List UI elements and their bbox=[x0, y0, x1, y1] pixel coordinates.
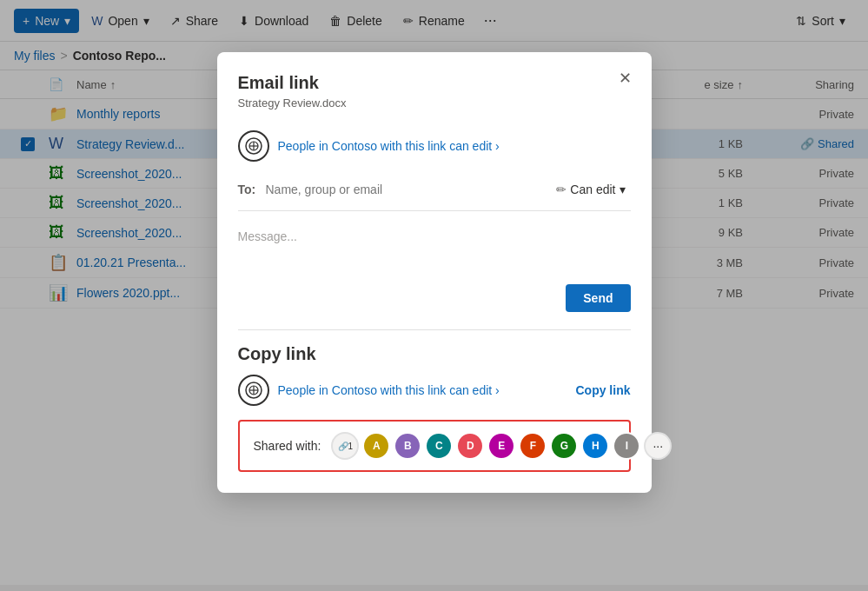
avatar[interactable]: C bbox=[425, 432, 453, 460]
modal-title: Email link bbox=[238, 73, 631, 93]
modal-overlay: ✕ Email link Strategy Review.docx People… bbox=[0, 0, 868, 591]
copy-link-button[interactable]: Copy link bbox=[575, 383, 630, 397]
permission-icon bbox=[238, 130, 269, 162]
avatars-row: 🔗1 A B C D E F G H I ··· bbox=[331, 432, 672, 460]
to-input[interactable] bbox=[266, 183, 545, 196]
can-edit-label: Can edit bbox=[570, 183, 615, 196]
copy-link-title: Copy link bbox=[238, 344, 631, 364]
shared-with-section: Shared with: 🔗1 A B C D E F G H I ··· bbox=[238, 420, 631, 472]
avatar[interactable]: A bbox=[362, 432, 390, 460]
avatar[interactable]: B bbox=[394, 432, 421, 460]
avatar[interactable]: F bbox=[519, 432, 547, 460]
copy-link-permission-text[interactable]: People in Contoso with this link can edi… bbox=[278, 383, 567, 397]
section-divider bbox=[238, 329, 631, 330]
copy-link-icon bbox=[238, 375, 269, 406]
modal-close-button[interactable]: ✕ bbox=[613, 66, 638, 90]
can-edit-button[interactable]: ✏ Can edit ▾ bbox=[551, 179, 630, 200]
to-row: To: ✏ Can edit ▾ bbox=[238, 179, 631, 200]
to-field: To: ✏ Can edit ▾ bbox=[238, 179, 631, 211]
avatar[interactable]: G bbox=[550, 432, 578, 460]
avatar[interactable]: I bbox=[613, 432, 640, 460]
pencil-icon: ✏ bbox=[556, 183, 567, 196]
permission-row: People in Contoso with this link can edi… bbox=[238, 123, 631, 169]
shared-with-label: Shared with: bbox=[254, 439, 321, 453]
copy-link-row: People in Contoso with this link can edi… bbox=[238, 375, 631, 406]
message-area[interactable]: Message... bbox=[238, 222, 631, 274]
to-label: To: bbox=[238, 183, 259, 196]
avatar-count[interactable]: 🔗1 bbox=[331, 432, 359, 460]
can-edit-chevron-icon: ▾ bbox=[620, 183, 626, 196]
send-row: Send bbox=[238, 284, 631, 312]
permission-text[interactable]: People in Contoso with this link can edi… bbox=[278, 139, 500, 153]
email-link-modal: ✕ Email link Strategy Review.docx People… bbox=[217, 52, 652, 493]
send-button[interactable]: Send bbox=[566, 284, 630, 312]
avatar[interactable]: E bbox=[487, 432, 515, 460]
avatar[interactable]: H bbox=[581, 432, 609, 460]
modal-subtitle: Strategy Review.docx bbox=[238, 96, 631, 110]
avatar[interactable]: D bbox=[456, 432, 484, 460]
message-placeholder: Message... bbox=[238, 229, 297, 243]
more-avatars-button[interactable]: ··· bbox=[644, 432, 672, 460]
